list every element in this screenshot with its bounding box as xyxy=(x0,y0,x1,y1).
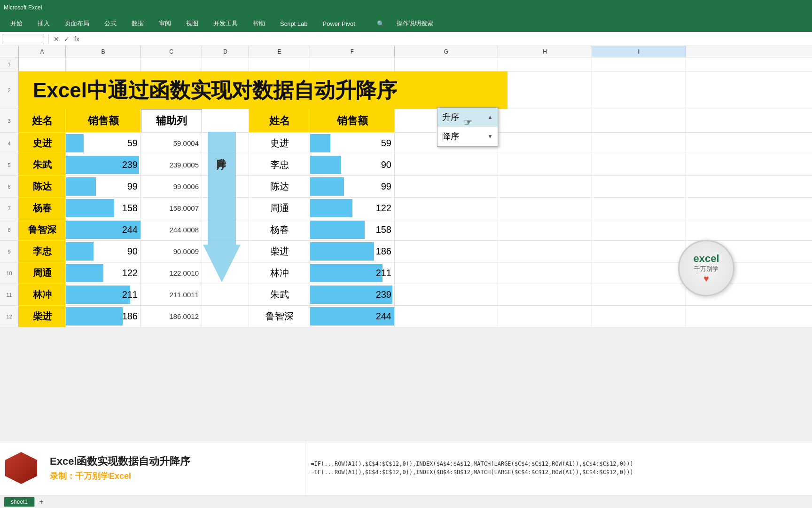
cell-h11[interactable] xyxy=(498,284,592,305)
cell-c4[interactable]: 59.0004 xyxy=(141,133,202,154)
cell-a3-header[interactable]: 姓名 xyxy=(19,109,66,132)
cell-g12[interactable] xyxy=(395,306,498,327)
cell-f1[interactable] xyxy=(310,57,395,71)
ribbon-developer[interactable]: 开发工具 xyxy=(211,17,241,30)
ribbon-formula[interactable]: 公式 xyxy=(102,17,119,30)
ribbon-review[interactable]: 审阅 xyxy=(156,17,174,30)
cell-f8[interactable]: 158 xyxy=(310,219,395,240)
cell-i11[interactable] xyxy=(592,284,686,305)
cell-g11[interactable] xyxy=(395,284,498,305)
cell-h1[interactable] xyxy=(498,57,592,71)
cell-a12[interactable]: 柴进 xyxy=(19,306,66,327)
cell-a6[interactable]: 陈达 xyxy=(19,176,66,197)
cell-d1[interactable] xyxy=(202,57,249,71)
cell-a9[interactable]: 李忠 xyxy=(19,241,66,262)
ribbon-page-layout[interactable]: 页面布局 xyxy=(62,17,92,30)
cell-c3-header[interactable]: 辅助列 xyxy=(141,109,202,132)
cell-i1[interactable] xyxy=(592,57,686,71)
cell-g9[interactable] xyxy=(395,241,498,262)
cell-f11[interactable]: 239 xyxy=(310,284,395,305)
cell-h7[interactable] xyxy=(498,198,592,219)
cell-i10[interactable] xyxy=(592,262,686,284)
ribbon-insert[interactable]: 插入 xyxy=(35,17,53,30)
cell-b10[interactable]: 122 xyxy=(66,262,141,284)
sort-ascending-btn[interactable]: 升序 ▲ xyxy=(437,108,498,127)
confirm-icon[interactable]: ✓ xyxy=(62,35,71,43)
cell-c1[interactable] xyxy=(141,57,202,71)
cell-h9[interactable] xyxy=(498,241,592,262)
cell-g1[interactable] xyxy=(395,57,498,71)
cell-f3-header[interactable]: 销售额 xyxy=(310,109,395,132)
cell-ref-box[interactable] xyxy=(2,34,44,44)
cell-c6[interactable]: 99.0006 xyxy=(141,176,202,197)
cell-c9[interactable]: 90.0009 xyxy=(141,241,202,262)
sort-descending-btn[interactable]: 降序 ▼ xyxy=(437,127,498,146)
ribbon-view[interactable]: 视图 xyxy=(183,17,201,30)
cell-c10[interactable]: 122.0010 xyxy=(141,262,202,284)
cell-e9[interactable]: 柴进 xyxy=(249,241,310,262)
cell-i4[interactable] xyxy=(592,133,686,154)
cell-g6[interactable] xyxy=(395,176,498,197)
ribbon-help[interactable]: 帮助 xyxy=(250,17,268,30)
cell-e8[interactable]: 杨春 xyxy=(249,219,310,240)
cell-f7[interactable]: 122 xyxy=(310,198,395,219)
search-label[interactable]: 操作说明搜索 xyxy=(394,17,436,30)
formula-input[interactable] xyxy=(83,34,810,44)
cell-e4[interactable]: 史进 xyxy=(249,133,310,154)
cell-i8[interactable] xyxy=(592,219,686,240)
cell-h10[interactable] xyxy=(498,262,592,284)
cell-f9[interactable]: 186 xyxy=(310,241,395,262)
cell-b12[interactable]: 186 xyxy=(66,306,141,327)
cell-i3[interactable] xyxy=(592,109,686,132)
cell-b9[interactable]: 90 xyxy=(66,241,141,262)
cell-b11[interactable]: 211 xyxy=(66,284,141,305)
cell-f10[interactable]: 211 xyxy=(310,262,395,284)
cell-c11[interactable]: 211.0011 xyxy=(141,284,202,305)
cell-a1[interactable] xyxy=(19,57,66,71)
cell-i9[interactable] xyxy=(592,241,686,262)
cell-a7[interactable]: 杨春 xyxy=(19,198,66,219)
cell-i7[interactable] xyxy=(592,198,686,219)
cell-h12[interactable] xyxy=(498,306,592,327)
cell-b8[interactable]: 244 xyxy=(66,219,141,240)
cell-c5[interactable]: 239.0005 xyxy=(141,154,202,175)
cell-e1[interactable] xyxy=(249,57,310,71)
cell-a10[interactable]: 周通 xyxy=(19,262,66,284)
cell-h3[interactable] xyxy=(498,109,592,132)
cell-e3-header[interactable]: 姓名 xyxy=(249,109,310,132)
cell-i2[interactable] xyxy=(592,71,686,109)
cell-a8[interactable]: 鲁智深 xyxy=(19,219,66,240)
ribbon-powerpivot[interactable]: Power Pivot xyxy=(320,18,358,29)
cell-d3[interactable] xyxy=(202,109,249,132)
cell-e10[interactable]: 林冲 xyxy=(249,262,310,284)
cell-i12[interactable] xyxy=(592,306,686,327)
ribbon-scriptlab[interactable]: Script Lab xyxy=(277,18,311,29)
cell-f5[interactable]: 90 xyxy=(310,154,395,175)
cell-g8[interactable] xyxy=(395,219,498,240)
cell-e11[interactable]: 朱武 xyxy=(249,284,310,305)
cell-i5[interactable] xyxy=(592,154,686,175)
cell-f12[interactable]: 244 xyxy=(310,306,395,327)
cell-g5[interactable] xyxy=(395,154,498,175)
sheet-tab-1[interactable]: sheet1 xyxy=(4,497,35,507)
ribbon-home[interactable]: 开始 xyxy=(8,17,25,30)
add-sheet-btn[interactable]: + xyxy=(37,497,46,507)
fx-icon[interactable]: fx xyxy=(73,35,81,43)
cell-b1[interactable] xyxy=(66,57,141,71)
cell-c8[interactable]: 244.0008 xyxy=(141,219,202,240)
cell-a11[interactable]: 林冲 xyxy=(19,284,66,305)
cell-h2[interactable] xyxy=(498,71,592,109)
cell-b7[interactable]: 158 xyxy=(66,198,141,219)
cell-f6[interactable]: 99 xyxy=(310,176,395,197)
cell-b6[interactable]: 99 xyxy=(66,176,141,197)
cell-h5[interactable] xyxy=(498,154,592,175)
cell-h6[interactable] xyxy=(498,176,592,197)
cell-c7[interactable]: 158.0007 xyxy=(141,198,202,219)
cell-h4[interactable] xyxy=(498,133,592,154)
cell-e6[interactable]: 陈达 xyxy=(249,176,310,197)
cell-c12[interactable]: 186.0012 xyxy=(141,306,202,327)
cell-e5[interactable]: 李忠 xyxy=(249,154,310,175)
cell-h8[interactable] xyxy=(498,219,592,240)
cell-d12[interactable] xyxy=(202,306,249,327)
ribbon-data[interactable]: 数据 xyxy=(129,17,147,30)
